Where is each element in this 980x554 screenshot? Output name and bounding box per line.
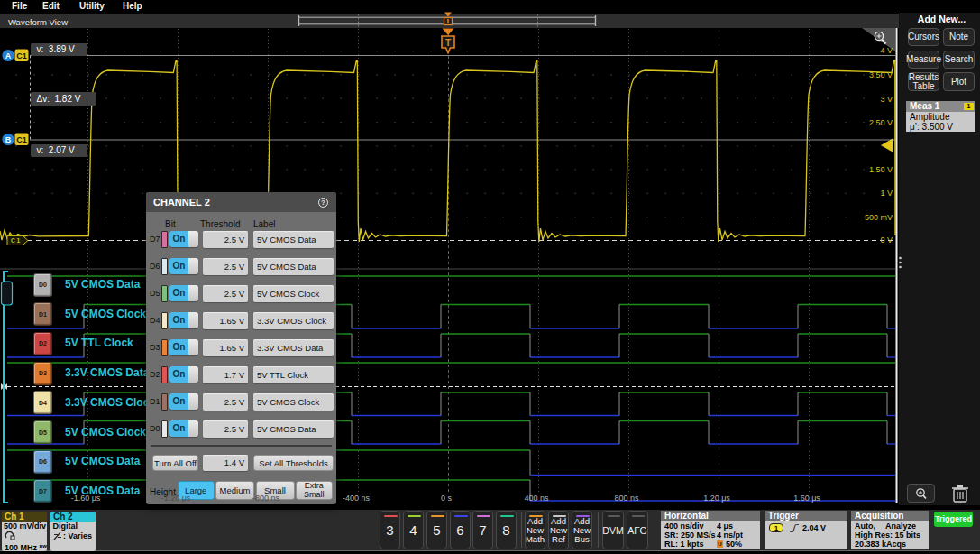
svg-text:C 1: C 1 [11, 237, 21, 244]
svg-text:C1: C1 [16, 135, 27, 144]
svg-text:A: A [5, 51, 12, 60]
svg-text:C1: C1 [16, 51, 27, 60]
svg-text:B: B [5, 135, 12, 144]
svg-text:T: T [445, 38, 451, 48]
